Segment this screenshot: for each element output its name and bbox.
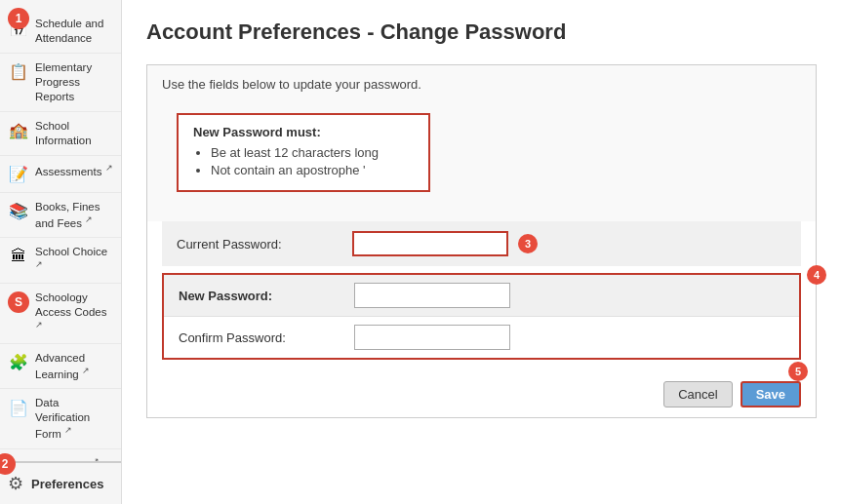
content-box: Use the fields below to update your pass… <box>146 64 817 418</box>
sidebar-item-school-info[interactable]: 🏫 School Information <box>0 112 121 156</box>
sidebar-item-data-verif[interactable]: 📄 Data Verification Form ↗ <box>0 389 121 449</box>
rules-title: New Password must: <box>193 125 414 139</box>
sidebar-items: 📅 Schedule and Attendance 📋 Elementary P… <box>0 0 121 461</box>
cancel-button[interactable]: Cancel <box>663 381 732 407</box>
main-content: Account Preferences - Change Password Us… <box>122 0 841 504</box>
confirm-password-input[interactable] <box>354 325 510 350</box>
sidebar-item-schoolpay[interactable]: ▶ SchoolPay ↗ <box>0 449 121 461</box>
sidebar-item-assessments[interactable]: 📝 Assessments ↗ <box>0 156 121 193</box>
sidebar-label-schedule: Schedule and Attendance <box>35 17 113 46</box>
instructions-text: Use the fields below to update your pass… <box>147 65 816 103</box>
sidebar-label-elementary: Elementary Progress Reports <box>35 60 113 104</box>
gear-icon: ⚙ <box>8 473 23 494</box>
rule-2: Not contain an apostrophe ' <box>211 163 414 177</box>
assess-icon: 📝 <box>8 164 29 185</box>
sidebar-label-schoology: Schoology Access Codes ↗ <box>35 291 113 336</box>
school-icon: 🏫 <box>8 120 29 141</box>
sidebar-label-books: Books, Fines and Fees ↗ <box>35 200 113 231</box>
new-password-row: New Password: <box>164 275 799 316</box>
confirm-password-label: Confirm Password: <box>179 330 354 345</box>
books-icon: 📚 <box>8 201 29 222</box>
new-password-label: New Password: <box>179 289 354 303</box>
sidebar-item-elementary[interactable]: 📋 Elementary Progress Reports <box>0 54 121 112</box>
sidebar-label-assessments: Assessments ↗ <box>35 163 113 179</box>
sidebar-item-school-choice[interactable]: 🏛 School Choice ↗ <box>0 238 121 284</box>
password-rules-box: New Password must: Be at least 12 charac… <box>177 113 430 192</box>
sidebar-label-advanced: Advanced Learning ↗ <box>35 351 113 382</box>
rules-list: Be at least 12 characters long Not conta… <box>193 145 414 177</box>
current-password-input[interactable] <box>352 231 508 256</box>
sidebar-bottom-badge: 2 <box>0 453 16 475</box>
new-password-input[interactable] <box>354 283 510 308</box>
choice-icon: 🏛 <box>8 246 29 267</box>
report-icon: 📋 <box>8 61 29 83</box>
sidebar-top-badge: 1 <box>8 8 29 29</box>
schoology-icon: S <box>8 291 29 313</box>
rule-1: Be at least 12 characters long <box>211 145 414 160</box>
sidebar-item-advanced[interactable]: 🧩 Advanced Learning ↗ <box>0 344 121 390</box>
confirm-password-row: Confirm Password: <box>164 316 799 358</box>
new-confirm-group: New Password: Confirm Password: 4 <box>162 273 801 360</box>
sidebar-item-schoology[interactable]: S Schoology Access Codes ↗ <box>0 284 121 344</box>
advanced-icon: 🧩 <box>8 352 29 373</box>
button-row: 5 Cancel Save <box>147 369 816 417</box>
current-password-label: Current Password: <box>177 237 352 252</box>
data-icon: 📄 <box>8 397 29 418</box>
badge-4: 4 <box>807 265 826 285</box>
sidebar-preferences[interactable]: 2 ⚙ Preferences <box>0 461 121 504</box>
sidebar: 1 📅 Schedule and Attendance 📋 Elementary… <box>0 0 122 504</box>
sidebar-label-school-choice: School Choice ↗ <box>35 245 113 276</box>
badge-5: 5 <box>788 362 808 381</box>
sidebar-label-data-verif: Data Verification Form ↗ <box>35 396 113 442</box>
sidebar-label-school-info: School Information <box>35 119 113 148</box>
page-title: Account Preferences - Change Password <box>146 19 817 45</box>
save-button[interactable]: Save <box>741 381 801 407</box>
sidebar-item-books[interactable]: 📚 Books, Fines and Fees ↗ <box>0 193 121 239</box>
badge-3: 3 <box>518 234 538 253</box>
preferences-label: Preferences <box>31 477 103 491</box>
